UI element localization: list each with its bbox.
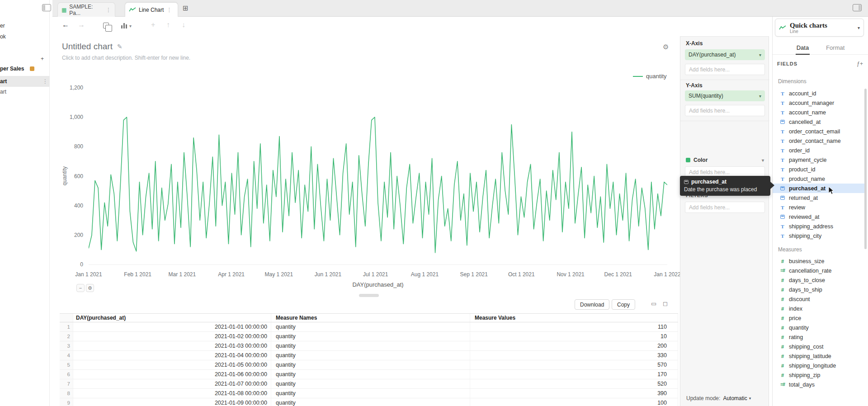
- tab-format[interactable]: Format: [825, 43, 845, 55]
- chart-title[interactable]: Untitled chart ✎: [62, 42, 123, 52]
- chart-settings-gear-icon[interactable]: ⚙: [663, 43, 669, 51]
- quick-charts-header[interactable]: Quick charts Line ▾: [775, 19, 864, 37]
- y-axis-field-label: SUM(quantity): [689, 93, 723, 99]
- field-name: product_name: [789, 176, 825, 182]
- dimension-field-shipping_address[interactable]: Tshipping_address: [773, 222, 866, 231]
- table-row[interactable]: 82021-01-08 00:00:00quantity390: [60, 389, 678, 398]
- sidebar-item-active[interactable]: art ⋮: [0, 76, 50, 87]
- measure-field-discount[interactable]: #discount: [773, 294, 866, 304]
- measure-field-price[interactable]: #price: [773, 313, 866, 323]
- add-function-icon[interactable]: ƒ+: [857, 61, 863, 67]
- dimension-field-product_id[interactable]: Tproduct_id: [773, 165, 866, 174]
- dimension-field-shipping_city[interactable]: Tshipping_city: [773, 231, 866, 241]
- kebab-menu-icon[interactable]: ⋮: [166, 7, 172, 13]
- dimension-field-product_name[interactable]: Tproduct_name: [773, 174, 866, 184]
- measure-field-quantity[interactable]: #quantity: [773, 323, 866, 332]
- sidebar-item[interactable]: ok: [0, 33, 6, 40]
- dimension-field-reviewed_at[interactable]: reviewed_at: [773, 212, 866, 222]
- table-cell: 2021-01-06 00:00:00: [73, 370, 271, 379]
- table-row[interactable]: 32021-01-03 00:00:00quantity200: [60, 341, 678, 351]
- new-tab-icon[interactable]: ⊞: [183, 4, 189, 12]
- redo-icon[interactable]: →: [78, 21, 85, 29]
- table-row[interactable]: 92021-01-09 00:00:00quantity100: [60, 398, 678, 406]
- collapse-right-panel-icon[interactable]: [853, 4, 862, 11]
- dimension-field-account_id[interactable]: Taccount_id: [773, 89, 866, 98]
- undo-icon[interactable]: ←: [62, 21, 69, 29]
- chart-options-button[interactable]: ⚙: [86, 284, 94, 292]
- dimension-field-review[interactable]: Treview: [773, 203, 866, 212]
- chevron-down-icon[interactable]: ▾: [129, 24, 132, 28]
- tooltip-body: Date the purchase was placed: [684, 186, 766, 193]
- kebab-menu-icon[interactable]: ⋮: [42, 78, 48, 85]
- table-view-icon[interactable]: ▭: [651, 300, 656, 307]
- update-mode-control[interactable]: Update mode: Automatic ▾: [686, 395, 751, 401]
- column-header[interactable]: Measure Names: [271, 314, 470, 322]
- table-row[interactable]: 62021-01-06 00:00:00quantity170: [60, 370, 678, 379]
- tab-sample-page[interactable]: ▦ SAMPLE: Pa... ⋮: [57, 2, 115, 17]
- table-row[interactable]: 22021-01-02 00:00:00quantity10: [60, 332, 678, 341]
- dimension-field-purchased_at[interactable]: purchased_at: [773, 184, 866, 193]
- collapse-left-panel-icon[interactable]: [42, 4, 51, 11]
- tab-line-chart[interactable]: Line Chart ⋮: [125, 2, 178, 17]
- x-axis-add-field[interactable]: Add fields here...: [685, 64, 765, 75]
- kebab-menu-icon[interactable]: ⋮: [106, 7, 111, 13]
- measure-field-days_to_close[interactable]: #days_to_close: [773, 275, 866, 285]
- horizontal-scrollbar[interactable]: [359, 294, 379, 297]
- zoom-out-button[interactable]: −: [76, 284, 85, 292]
- table-cell: 2021-01-03 00:00:00: [73, 341, 271, 350]
- dimension-field-payment_cycle[interactable]: Tpayment_cycle: [773, 155, 866, 165]
- duplicate-chart-icon[interactable]: [103, 23, 109, 28]
- measure-field-shipping_latitude[interactable]: #shipping_latitude: [773, 351, 866, 361]
- edit-pencil-icon[interactable]: ✎: [117, 43, 123, 50]
- chevron-down-icon[interactable]: ▾: [759, 52, 761, 57]
- download-button[interactable]: Download: [575, 299, 609, 310]
- chart-type-icon[interactable]: [121, 23, 127, 28]
- filters-add-field[interactable]: Add fields here...: [685, 202, 765, 213]
- table-cell: 2021-01-08 00:00:00: [73, 389, 271, 398]
- vertical-scrollbar[interactable]: [864, 89, 867, 249]
- text-field-icon: T: [780, 176, 785, 182]
- color-section-header[interactable]: Color ▾: [686, 157, 764, 163]
- dimension-field-account_name[interactable]: Taccount_name: [773, 108, 866, 117]
- y-tick-label: 200: [54, 232, 83, 238]
- x-axis-field-pill[interactable]: DAY(purchased_at) ▾: [685, 49, 765, 60]
- column-header[interactable]: Measure Values: [470, 314, 678, 322]
- sidebar-item[interactable]: er: [0, 23, 5, 29]
- measure-field-business_size[interactable]: #business_size: [773, 256, 866, 266]
- tab-data[interactable]: Data: [796, 43, 810, 55]
- table-row[interactable]: 72021-01-07 00:00:00quantity520: [60, 379, 678, 389]
- column-header[interactable]: DAY(purchased_at): [73, 314, 271, 322]
- dimension-field-order_contact_email[interactable]: Torder_contact_email: [773, 127, 866, 136]
- field-name: shipping_longitude: [789, 363, 836, 369]
- y-axis-field-pill[interactable]: SUM(quantity) ▾: [685, 90, 765, 101]
- dimension-field-order_contact_name[interactable]: Torder_contact_name: [773, 136, 866, 146]
- expand-view-icon[interactable]: ◻: [663, 300, 668, 307]
- add-button[interactable]: +: [41, 56, 44, 62]
- measure-field-cancellation_rate[interactable]: =#cancellation_rate: [773, 266, 866, 275]
- measure-field-shipping_longitude[interactable]: #shipping_longitude: [773, 361, 866, 370]
- dimension-field-order_id[interactable]: Torder_id: [773, 146, 866, 155]
- chevron-down-icon[interactable]: ▾: [762, 158, 764, 163]
- dimension-field-returned_at[interactable]: returned_at: [773, 193, 866, 203]
- dimension-field-account_manager[interactable]: Taccount_manager: [773, 98, 866, 108]
- table-row[interactable]: 12021-01-01 00:00:00quantity110: [60, 322, 678, 332]
- measure-field-total_days[interactable]: =#total_days: [773, 380, 866, 389]
- sidebar-item[interactable]: art: [0, 89, 6, 95]
- table-row[interactable]: 42021-01-04 00:00:00quantity330: [60, 351, 678, 360]
- measure-field-rating[interactable]: #rating: [773, 332, 866, 342]
- measure-field-shipping_cost[interactable]: #shipping_cost: [773, 342, 866, 351]
- sidebar-section-title[interactable]: per Sales: [0, 66, 24, 72]
- measure-field-shipping_zip[interactable]: #shipping_zip: [773, 370, 866, 380]
- dimension-field-cancelled_at[interactable]: cancelled_at: [773, 117, 866, 127]
- table-row[interactable]: 52021-01-05 00:00:00quantity570: [60, 360, 678, 370]
- chevron-down-icon[interactable]: ▾: [858, 25, 860, 30]
- measure-field-index[interactable]: #index: [773, 304, 866, 313]
- chart-legend[interactable]: quantity: [633, 73, 667, 80]
- copy-button[interactable]: Copy: [612, 299, 635, 310]
- chevron-down-icon[interactable]: ▾: [759, 94, 761, 99]
- y-axis-add-field[interactable]: Add fields here...: [685, 105, 765, 116]
- x-tick-label: Jul 1 2021: [355, 271, 396, 278]
- chart-description-placeholder[interactable]: Click to add chart description. Shift-en…: [62, 55, 190, 61]
- x-axis-line: [89, 264, 667, 265]
- measure-field-days_to_ship[interactable]: #days_to_ship: [773, 285, 866, 294]
